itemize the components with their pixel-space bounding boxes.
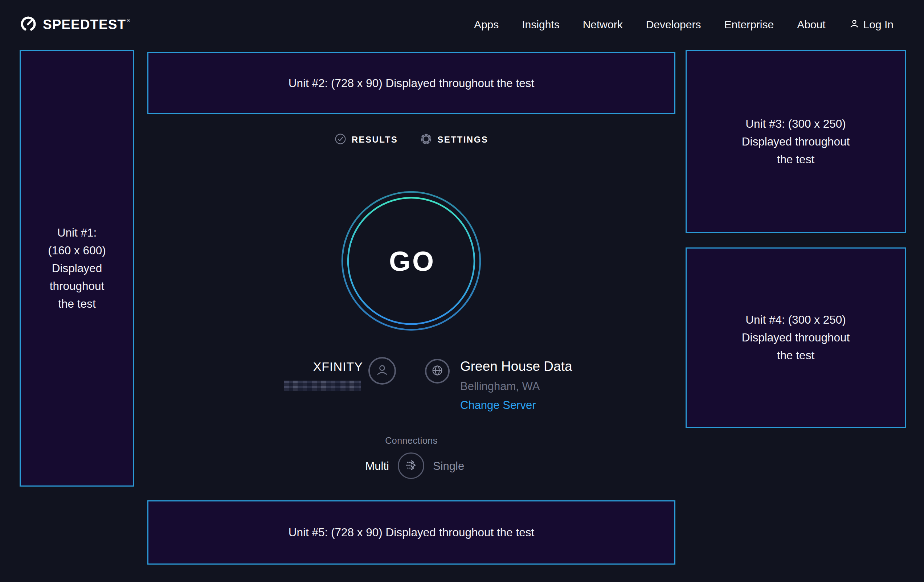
globe-icon bbox=[431, 364, 444, 379]
ad-unit-5: Unit #5: (728 x 90) Displayed throughout… bbox=[147, 500, 675, 565]
connection-mode-single[interactable]: Single bbox=[433, 460, 464, 473]
isp-name: XFINITY bbox=[254, 360, 363, 373]
person-icon bbox=[375, 363, 390, 379]
connection-mode-multi[interactable]: Multi bbox=[317, 460, 389, 473]
nav-apps[interactable]: Apps bbox=[474, 18, 499, 31]
ad-unit-1: Unit #1: (160 x 600) Displayed throughou… bbox=[20, 50, 134, 486]
change-server-link[interactable]: Change Server bbox=[460, 399, 536, 411]
trademark-mark: ® bbox=[127, 18, 130, 23]
check-circle-icon bbox=[335, 133, 346, 146]
nav-login[interactable]: Log In bbox=[849, 18, 894, 31]
ad-unit-3: Unit #3: (300 x 250) Displayed throughou… bbox=[686, 50, 906, 233]
speedtest-page: SPEEDTEST® Apps Insights Network Develop… bbox=[0, 0, 924, 582]
ad-unit-2: Unit #2: (728 x 90) Displayed throughout… bbox=[147, 52, 675, 114]
gear-icon bbox=[420, 133, 432, 146]
server-location: Bellingham, WA bbox=[460, 380, 540, 392]
nav-about[interactable]: About bbox=[797, 18, 825, 31]
go-button[interactable]: GO bbox=[341, 191, 481, 331]
nav-developers[interactable]: Developers bbox=[646, 18, 701, 31]
ad-unit-1-label: Unit #1: (160 x 600) Displayed throughou… bbox=[48, 224, 106, 312]
connection-mode-toggle[interactable] bbox=[398, 452, 424, 479]
logo-text: SPEEDTEST® bbox=[43, 17, 130, 32]
tab-settings[interactable]: SETTINGS bbox=[420, 133, 488, 146]
server-name: Green House Data bbox=[460, 359, 573, 374]
ad-unit-4-label: Unit #4: (300 x 250) Displayed throughou… bbox=[742, 311, 850, 364]
user-icon bbox=[849, 18, 860, 31]
main-nav: Apps Insights Network Developers Enterpr… bbox=[474, 0, 894, 49]
ad-unit-5-label: Unit #5: (728 x 90) Displayed throughout… bbox=[289, 524, 535, 541]
tab-results[interactable]: RESULTS bbox=[335, 133, 398, 146]
server-globe-circle bbox=[425, 359, 450, 384]
connections-title: Connections bbox=[147, 435, 675, 446]
nav-network[interactable]: Network bbox=[583, 18, 623, 31]
nav-enterprise[interactable]: Enterprise bbox=[724, 18, 774, 31]
isp-ip-redacted-pixelated bbox=[284, 381, 361, 391]
ad-unit-3-label: Unit #3: (300 x 250) Displayed throughou… bbox=[742, 115, 850, 168]
speedtest-logo[interactable]: SPEEDTEST® bbox=[20, 0, 130, 49]
go-label: GO bbox=[341, 191, 481, 331]
tab-bar: RESULTS SETTINGS bbox=[147, 130, 675, 150]
multi-connection-arrows-icon bbox=[403, 457, 419, 475]
isp-avatar-circle bbox=[368, 357, 396, 385]
ad-unit-4: Unit #4: (300 x 250) Displayed throughou… bbox=[686, 247, 906, 428]
speedtest-gauge-icon bbox=[20, 15, 37, 34]
ad-unit-2-label: Unit #2: (728 x 90) Displayed throughout… bbox=[289, 74, 535, 92]
nav-insights[interactable]: Insights bbox=[522, 18, 559, 31]
